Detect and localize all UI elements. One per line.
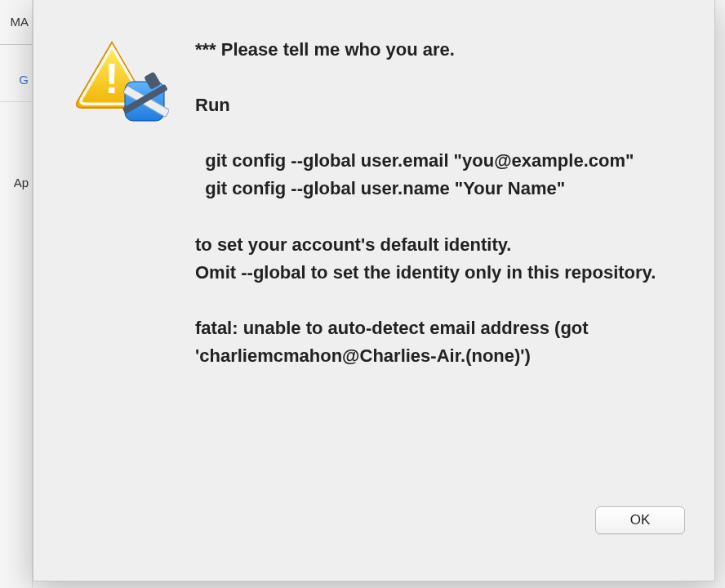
alert-message: *** Please tell me who you are. Run git … (195, 36, 674, 370)
bg-link-fragment: G (0, 45, 32, 102)
svg-text:!: ! (105, 55, 118, 102)
alert-dialog: ! *** Please tell me who you are. Run gi… (33, 0, 715, 581)
bg-toolbar-fragment: MA (0, 0, 32, 45)
warning-icon: ! (71, 34, 169, 132)
bg-lower-fragment: Ap (0, 102, 32, 189)
ok-button[interactable]: OK (595, 506, 685, 534)
background-window-edge: MA G Ap (0, 0, 33, 588)
